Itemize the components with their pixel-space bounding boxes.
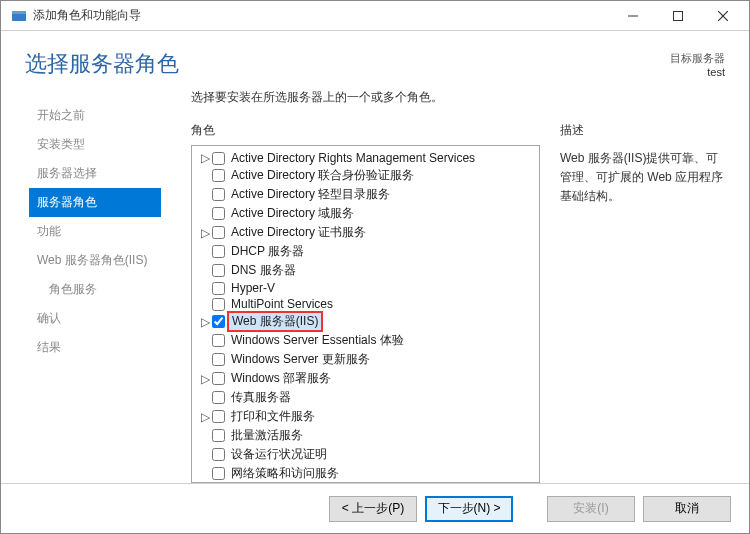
- sidebar-step-5[interactable]: Web 服务器角色(IIS): [29, 246, 161, 275]
- role-row[interactable]: 设备运行状况证明: [194, 445, 537, 464]
- roles-listbox[interactable]: ▷Active Directory Rights Management Serv…: [191, 145, 540, 483]
- description-text: Web 服务器(IIS)提供可靠、可管理、可扩展的 Web 应用程序基础结构。: [560, 149, 725, 207]
- close-button[interactable]: [700, 2, 745, 30]
- back-button[interactable]: < 上一步(P): [329, 496, 417, 522]
- role-label: MultiPoint Services: [229, 297, 335, 311]
- role-row[interactable]: 批量激活服务: [194, 426, 537, 445]
- role-row[interactable]: 传真服务器: [194, 388, 537, 407]
- roles-header: 角色: [191, 122, 540, 145]
- role-row[interactable]: ▷Active Directory Rights Management Serv…: [194, 150, 537, 166]
- role-row[interactable]: DNS 服务器: [194, 261, 537, 280]
- roles-column: 角色 ▷Active Directory Rights Management S…: [191, 122, 540, 483]
- install-button[interactable]: 安装(I): [547, 496, 635, 522]
- expand-icon[interactable]: ▷: [198, 372, 212, 386]
- role-label: 网络策略和访问服务: [229, 465, 341, 482]
- role-checkbox[interactable]: [212, 353, 225, 366]
- role-row[interactable]: Windows Server 更新服务: [194, 350, 537, 369]
- sidebar-step-3[interactable]: 服务器角色: [29, 188, 161, 217]
- center-panel: 选择要安装在所选服务器上的一个或多个角色。 角色 ▷Active Directo…: [161, 89, 725, 483]
- role-row[interactable]: Active Directory 域服务: [194, 204, 537, 223]
- role-checkbox[interactable]: [212, 410, 225, 423]
- role-checkbox[interactable]: [212, 448, 225, 461]
- svg-rect-3: [673, 11, 682, 20]
- role-row[interactable]: ▷Active Directory 证书服务: [194, 223, 537, 242]
- role-label: Windows 部署服务: [229, 370, 333, 387]
- expand-icon[interactable]: ▷: [198, 226, 212, 240]
- sidebar-step-7[interactable]: 确认: [29, 304, 161, 333]
- role-label: Active Directory 证书服务: [229, 224, 368, 241]
- header-section: 选择服务器角色 目标服务器 test: [1, 31, 749, 89]
- expand-icon[interactable]: ▷: [198, 151, 212, 165]
- instruction-text: 选择要安装在所选服务器上的一个或多个角色。: [191, 89, 725, 122]
- sidebar-step-6[interactable]: 角色服务: [29, 275, 161, 304]
- minimize-button[interactable]: [610, 2, 655, 30]
- content-area: 选择服务器角色 目标服务器 test 开始之前安装类型服务器选择服务器角色功能W…: [1, 31, 749, 483]
- role-checkbox[interactable]: [212, 188, 225, 201]
- sidebar-step-2[interactable]: 服务器选择: [29, 159, 161, 188]
- wizard-sidebar: 开始之前安装类型服务器选择服务器角色功能Web 服务器角色(IIS)角色服务确认…: [1, 89, 161, 483]
- cancel-button[interactable]: 取消: [643, 496, 731, 522]
- footer-buttons: < 上一步(P) 下一步(N) > 安装(I) 取消: [1, 483, 749, 533]
- role-row[interactable]: DHCP 服务器: [194, 242, 537, 261]
- role-checkbox[interactable]: [212, 429, 225, 442]
- role-row[interactable]: Windows Server Essentials 体验: [194, 331, 537, 350]
- window-controls: [610, 2, 745, 30]
- app-icon: [11, 8, 27, 24]
- role-checkbox[interactable]: [212, 334, 225, 347]
- role-row[interactable]: Hyper-V: [194, 280, 537, 296]
- role-checkbox[interactable]: [212, 264, 225, 277]
- expand-icon[interactable]: ▷: [198, 315, 212, 329]
- role-label: Active Directory 域服务: [229, 205, 356, 222]
- expand-icon[interactable]: ▷: [198, 410, 212, 424]
- target-server-box: 目标服务器 test: [670, 51, 725, 78]
- role-checkbox[interactable]: [212, 282, 225, 295]
- role-label: 批量激活服务: [229, 427, 305, 444]
- role-label: Web 服务器(IIS): [229, 313, 321, 330]
- role-checkbox[interactable]: [212, 152, 225, 165]
- role-label: Windows Server 更新服务: [229, 351, 372, 368]
- role-row[interactable]: ▷Windows 部署服务: [194, 369, 537, 388]
- maximize-button[interactable]: [655, 2, 700, 30]
- target-server-label: 目标服务器: [670, 51, 725, 66]
- description-column: 描述 Web 服务器(IIS)提供可靠、可管理、可扩展的 Web 应用程序基础结…: [540, 122, 725, 483]
- role-checkbox[interactable]: [212, 372, 225, 385]
- sidebar-step-4[interactable]: 功能: [29, 217, 161, 246]
- main-area: 开始之前安装类型服务器选择服务器角色功能Web 服务器角色(IIS)角色服务确认…: [1, 89, 749, 483]
- description-header: 描述: [560, 122, 725, 145]
- role-label: Active Directory 联合身份验证服务: [229, 167, 416, 184]
- role-label: DNS 服务器: [229, 262, 298, 279]
- role-checkbox[interactable]: [212, 226, 225, 239]
- titlebar: 添加角色和功能向导: [1, 1, 749, 31]
- window-title: 添加角色和功能向导: [33, 7, 610, 24]
- role-row[interactable]: ▷打印和文件服务: [194, 407, 537, 426]
- page-title: 选择服务器角色: [25, 49, 670, 79]
- role-row[interactable]: ▷Web 服务器(IIS): [194, 312, 537, 331]
- role-checkbox[interactable]: [212, 298, 225, 311]
- role-label: DHCP 服务器: [229, 243, 306, 260]
- wizard-window: 添加角色和功能向导 选择服务器角色 目标服务器 test 开始之前安装类型服务器…: [0, 0, 750, 534]
- role-row[interactable]: MultiPoint Services: [194, 296, 537, 312]
- role-row[interactable]: Active Directory 轻型目录服务: [194, 185, 537, 204]
- role-checkbox[interactable]: [212, 467, 225, 480]
- role-checkbox[interactable]: [212, 391, 225, 404]
- role-label: Active Directory 轻型目录服务: [229, 186, 392, 203]
- role-row[interactable]: Active Directory 联合身份验证服务: [194, 166, 537, 185]
- role-label: 打印和文件服务: [229, 408, 317, 425]
- role-label: Windows Server Essentials 体验: [229, 332, 406, 349]
- role-label: Active Directory Rights Management Servi…: [229, 151, 477, 165]
- svg-rect-1: [12, 11, 26, 14]
- role-label: 传真服务器: [229, 389, 293, 406]
- sidebar-step-1[interactable]: 安装类型: [29, 130, 161, 159]
- sidebar-step-8[interactable]: 结果: [29, 333, 161, 362]
- role-row[interactable]: 网络策略和访问服务: [194, 464, 537, 483]
- role-label: Hyper-V: [229, 281, 277, 295]
- next-button[interactable]: 下一步(N) >: [425, 496, 513, 522]
- role-checkbox[interactable]: [212, 315, 225, 328]
- role-checkbox[interactable]: [212, 245, 225, 258]
- columns: 角色 ▷Active Directory Rights Management S…: [191, 122, 725, 483]
- role-label: 设备运行状况证明: [229, 446, 329, 463]
- role-checkbox[interactable]: [212, 207, 225, 220]
- target-server-value: test: [670, 66, 725, 78]
- role-checkbox[interactable]: [212, 169, 225, 182]
- sidebar-step-0[interactable]: 开始之前: [29, 101, 161, 130]
